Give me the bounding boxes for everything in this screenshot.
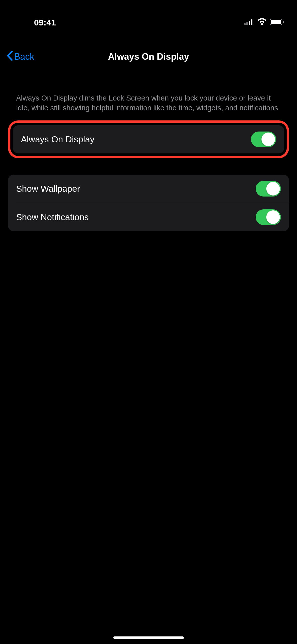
status-icons <box>244 18 284 26</box>
svg-rect-1 <box>246 22 248 25</box>
home-indicator[interactable] <box>113 636 184 639</box>
cellular-signal-icon <box>244 19 254 26</box>
setting-group: Show Wallpaper Show Notifications <box>8 175 289 231</box>
show-wallpaper-toggle[interactable] <box>256 181 281 197</box>
toggle-knob <box>266 210 280 224</box>
chevron-left-icon <box>6 50 13 63</box>
nav-bar: Back Always On Display <box>0 43 297 71</box>
content-area: Always On Display dims the Lock Screen w… <box>0 93 297 231</box>
svg-rect-0 <box>244 23 246 25</box>
always-on-display-row[interactable]: Always On Display <box>13 125 284 153</box>
svg-rect-3 <box>251 19 252 25</box>
setting-label: Show Notifications <box>16 212 89 222</box>
show-notifications-row[interactable]: Show Notifications <box>8 203 289 231</box>
setting-group: Always On Display <box>13 125 284 153</box>
highlighted-setting-group: Always On Display <box>8 120 289 158</box>
battery-icon <box>270 18 284 26</box>
svg-rect-2 <box>249 21 250 25</box>
svg-rect-5 <box>271 20 281 24</box>
toggle-knob <box>266 182 280 196</box>
back-button[interactable]: Back <box>6 50 34 63</box>
setting-label: Always On Display <box>21 134 94 144</box>
setting-label: Show Wallpaper <box>16 184 80 194</box>
svg-rect-6 <box>283 21 284 23</box>
status-bar: 09:41 <box>0 0 297 35</box>
show-wallpaper-row[interactable]: Show Wallpaper <box>8 175 289 203</box>
setting-description: Always On Display dims the Lock Screen w… <box>8 93 289 120</box>
page-title: Always On Display <box>108 51 189 62</box>
wifi-icon <box>257 18 267 26</box>
status-time: 09:41 <box>34 18 56 27</box>
toggle-knob <box>261 133 275 146</box>
always-on-display-toggle[interactable] <box>251 132 276 147</box>
show-notifications-toggle[interactable] <box>256 209 281 225</box>
back-label: Back <box>14 51 34 62</box>
